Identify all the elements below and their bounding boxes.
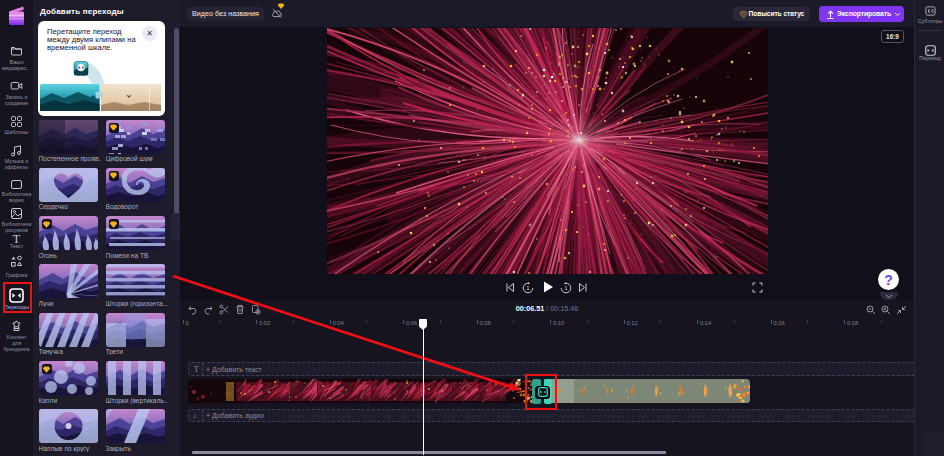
svg-text:?: ? bbox=[884, 272, 893, 288]
svg-text:1: 1 bbox=[564, 285, 568, 291]
